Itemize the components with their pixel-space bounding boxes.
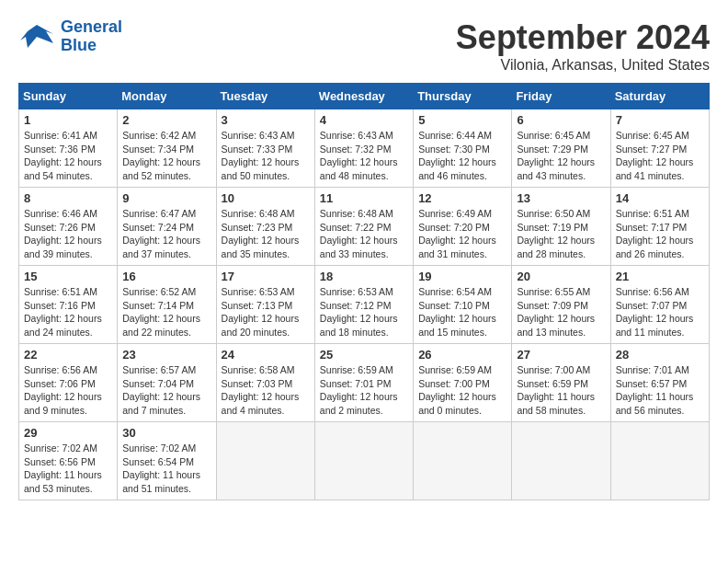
table-row: 12 Sunrise: 6:49 AM Sunset: 7:20 PM Dayl… [414,188,512,266]
table-row: 11 Sunrise: 6:48 AM Sunset: 7:22 PM Dayl… [314,188,413,266]
table-row: 23 Sunrise: 6:57 AM Sunset: 7:04 PM Dayl… [118,344,216,422]
day-number: 15 [24,270,112,283]
table-row: 4 Sunrise: 6:43 AM Sunset: 7:32 PM Dayli… [314,109,413,188]
day-number: 16 [122,270,210,283]
svg-marker-0 [20,25,53,48]
table-row [414,422,512,500]
table-row [610,422,709,500]
day-number: 1 [24,113,112,127]
table-row: 22 Sunrise: 6:56 AM Sunset: 7:06 PM Dayl… [19,344,118,422]
day-info: Sunrise: 6:57 AM Sunset: 7:04 PM Dayligh… [122,363,210,418]
day-info: Sunrise: 6:55 AM Sunset: 7:09 PM Dayligh… [517,285,605,339]
day-number: 25 [320,348,408,362]
table-row: 9 Sunrise: 6:47 AM Sunset: 7:24 PM Dayli… [118,188,216,266]
day-info: Sunrise: 6:43 AM Sunset: 7:33 PM Dayligh… [222,129,310,183]
day-info: Sunrise: 6:46 AM Sunset: 7:26 PM Dayligh… [24,207,112,261]
col-monday: Monday [118,84,216,109]
table-row: 19 Sunrise: 6:54 AM Sunset: 7:10 PM Dayl… [414,266,512,344]
day-info: Sunrise: 6:59 AM Sunset: 7:00 PM Dayligh… [418,363,506,418]
day-info: Sunrise: 6:58 AM Sunset: 7:03 PM Dayligh… [222,363,310,418]
day-info: Sunrise: 6:45 AM Sunset: 7:27 PM Dayligh… [616,129,704,183]
table-row: 2 Sunrise: 6:42 AM Sunset: 7:34 PM Dayli… [118,109,216,188]
day-number: 23 [122,348,210,362]
col-friday: Friday [512,84,610,109]
calendar-week-row: 22 Sunrise: 6:56 AM Sunset: 7:06 PM Dayl… [19,344,710,422]
day-info: Sunrise: 6:56 AM Sunset: 7:06 PM Dayligh… [24,363,112,418]
table-row: 27 Sunrise: 7:00 AM Sunset: 6:59 PM Dayl… [512,344,610,422]
day-info: Sunrise: 6:47 AM Sunset: 7:24 PM Dayligh… [122,207,210,261]
day-number: 14 [616,191,704,205]
table-row: 6 Sunrise: 6:45 AM Sunset: 7:29 PM Dayli… [512,109,610,188]
day-info: Sunrise: 6:44 AM Sunset: 7:30 PM Dayligh… [418,129,506,183]
day-number: 6 [517,113,605,127]
col-sunday: Sunday [19,84,118,109]
day-number: 10 [222,191,310,205]
logo-icon [18,20,55,52]
day-info: Sunrise: 7:02 AM Sunset: 6:56 PM Dayligh… [24,442,112,496]
day-info: Sunrise: 7:02 AM Sunset: 6:54 PM Dayligh… [122,442,210,496]
day-number: 2 [122,113,210,127]
day-info: Sunrise: 6:43 AM Sunset: 7:32 PM Dayligh… [320,129,408,183]
day-number: 27 [517,348,605,362]
table-row: 15 Sunrise: 6:51 AM Sunset: 7:16 PM Dayl… [19,266,118,344]
day-info: Sunrise: 6:52 AM Sunset: 7:14 PM Dayligh… [122,285,210,339]
table-row: 1 Sunrise: 6:41 AM Sunset: 7:36 PM Dayli… [19,109,118,188]
table-row: 24 Sunrise: 6:58 AM Sunset: 7:03 PM Dayl… [216,344,314,422]
day-info: Sunrise: 7:00 AM Sunset: 6:59 PM Dayligh… [517,363,605,418]
calendar-body: 1 Sunrise: 6:41 AM Sunset: 7:36 PM Dayli… [19,109,710,500]
day-info: Sunrise: 6:48 AM Sunset: 7:22 PM Dayligh… [320,207,408,261]
day-number: 18 [320,270,408,283]
month-title: September 2024 [456,18,710,57]
table-row [216,422,314,500]
day-number: 22 [24,348,112,362]
table-row: 28 Sunrise: 7:01 AM Sunset: 6:57 PM Dayl… [610,344,709,422]
table-row [314,422,413,500]
day-number: 13 [517,191,605,205]
col-wednesday: Wednesday [314,84,413,109]
table-row: 3 Sunrise: 6:43 AM Sunset: 7:33 PM Dayli… [216,109,314,188]
table-row: 21 Sunrise: 6:56 AM Sunset: 7:07 PM Dayl… [610,266,709,344]
day-number: 17 [222,270,310,283]
day-info: Sunrise: 7:01 AM Sunset: 6:57 PM Dayligh… [616,363,704,418]
day-number: 26 [418,348,506,362]
day-number: 30 [122,426,210,440]
day-number: 4 [320,113,408,127]
day-info: Sunrise: 6:59 AM Sunset: 7:01 PM Dayligh… [320,363,408,418]
logo-line1: General [61,17,122,36]
col-tuesday: Tuesday [216,84,314,109]
calendar: Sunday Monday Tuesday Wednesday Thursday… [18,83,710,500]
table-row: 16 Sunrise: 6:52 AM Sunset: 7:14 PM Dayl… [118,266,216,344]
day-info: Sunrise: 6:56 AM Sunset: 7:07 PM Dayligh… [616,285,704,339]
day-info: Sunrise: 6:41 AM Sunset: 7:36 PM Dayligh… [24,129,112,183]
day-number: 29 [24,426,112,440]
header: General Blue September 2024 Vilonia, Ark… [18,18,710,74]
calendar-week-row: 15 Sunrise: 6:51 AM Sunset: 7:16 PM Dayl… [19,266,710,344]
calendar-week-row: 1 Sunrise: 6:41 AM Sunset: 7:36 PM Dayli… [19,109,710,188]
table-row: 26 Sunrise: 6:59 AM Sunset: 7:00 PM Dayl… [414,344,512,422]
table-row: 5 Sunrise: 6:44 AM Sunset: 7:30 PM Dayli… [414,109,512,188]
day-number: 19 [418,270,506,283]
col-thursday: Thursday [414,84,512,109]
day-number: 20 [517,270,605,283]
table-row: 29 Sunrise: 7:02 AM Sunset: 6:56 PM Dayl… [19,422,118,500]
day-info: Sunrise: 6:49 AM Sunset: 7:20 PM Dayligh… [418,207,506,261]
day-number: 9 [122,191,210,205]
day-number: 24 [222,348,310,362]
table-row: 14 Sunrise: 6:51 AM Sunset: 7:17 PM Dayl… [610,188,709,266]
logo-line2: Blue [61,36,97,54]
day-info: Sunrise: 6:51 AM Sunset: 7:16 PM Dayligh… [24,285,112,339]
location-title: Vilonia, Arkansas, United States [456,57,710,74]
table-row: 18 Sunrise: 6:53 AM Sunset: 7:12 PM Dayl… [314,266,413,344]
table-row: 10 Sunrise: 6:48 AM Sunset: 7:23 PM Dayl… [216,188,314,266]
logo-text: General Blue [61,18,122,55]
table-row: 17 Sunrise: 6:53 AM Sunset: 7:13 PM Dayl… [216,266,314,344]
title-area: September 2024 Vilonia, Arkansas, United… [456,18,710,74]
calendar-week-row: 29 Sunrise: 7:02 AM Sunset: 6:56 PM Dayl… [19,422,710,500]
day-info: Sunrise: 6:42 AM Sunset: 7:34 PM Dayligh… [122,129,210,183]
day-info: Sunrise: 6:54 AM Sunset: 7:10 PM Dayligh… [418,285,506,339]
table-row: 20 Sunrise: 6:55 AM Sunset: 7:09 PM Dayl… [512,266,610,344]
calendar-header: Sunday Monday Tuesday Wednesday Thursday… [19,84,710,109]
col-saturday: Saturday [610,84,709,109]
day-info: Sunrise: 6:53 AM Sunset: 7:13 PM Dayligh… [222,285,310,339]
day-info: Sunrise: 6:51 AM Sunset: 7:17 PM Dayligh… [616,207,704,261]
